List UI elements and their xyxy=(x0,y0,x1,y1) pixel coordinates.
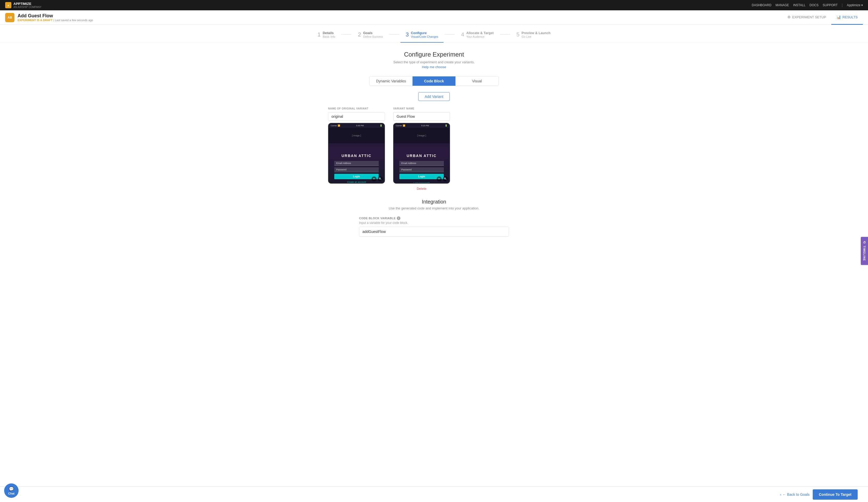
saved-text: | Last saved a few seconds ago xyxy=(53,19,93,22)
add-variant-wrapper: Add Variant xyxy=(328,92,540,101)
step-3-name: Configure xyxy=(411,31,438,35)
nav-install[interactable]: INSTALL xyxy=(793,3,805,7)
delete-variant-link[interactable]: Delete xyxy=(393,187,450,191)
variant-carrier-text: Carrier 📶 xyxy=(396,125,405,127)
code-block-variable-section: CODE BLOCK VARIABLE i Input a variable f… xyxy=(359,216,509,237)
variant-preview: Carrier 📶 5:15 PM 🔋 [ image ] URBAN ATTI… xyxy=(393,123,450,184)
page-title: Configure Experiment xyxy=(328,51,540,58)
step-1-num: 1 xyxy=(318,32,321,38)
step-2-text: Goals Define Success xyxy=(363,31,383,38)
add-variant-button[interactable]: Add Variant xyxy=(418,92,450,101)
step-2[interactable]: 2 Goals Define Success xyxy=(353,31,388,38)
variant-phone-actions: ✏ 🔍 xyxy=(437,176,448,181)
top-navigation: ▲ APPTIMIZE AN AIRSHIP COMPANY DASHBOARD… xyxy=(0,0,868,10)
variant-password-field: Password xyxy=(400,167,444,172)
variant-preview-inner: Carrier 📶 5:15 PM 🔋 [ image ] URBAN ATTI… xyxy=(394,123,450,183)
tab-dynamic-variables[interactable]: Dynamic Variables xyxy=(370,76,413,86)
step-2-name: Goals xyxy=(363,31,383,35)
tab-results[interactable]: 📊 RESULTS xyxy=(831,10,863,25)
step-5-text: Preview & Launch Go Live xyxy=(521,31,550,38)
variant-column: VARIANT NAME Carrier 📶 5:15 PM 🔋 [ image… xyxy=(393,107,450,191)
time-text: 5:49 PM xyxy=(356,125,364,127)
step-1-name: Details xyxy=(323,31,335,35)
variant-email-field: Email Address xyxy=(400,161,444,166)
original-variant-name-input[interactable] xyxy=(328,112,385,121)
original-phone-actions: ✏ 🔍 xyxy=(371,176,383,181)
original-phone-status: Carrier 📶 5:49 PM 🔋 xyxy=(329,123,384,128)
step-3[interactable]: 3 Configure Visual/Code Changes xyxy=(400,31,443,38)
ab-badge: AB xyxy=(5,13,14,22)
nav-divider: | xyxy=(842,3,843,7)
main-content: Configure Experiment Select the type of … xyxy=(318,43,550,262)
code-block-variable-input[interactable] xyxy=(359,227,509,237)
step-4-sub: Your Audience xyxy=(466,35,494,38)
step-4[interactable]: 4 Allocate & Target Your Audience xyxy=(456,31,499,38)
info-icon[interactable]: i xyxy=(397,216,400,220)
tab-experiment-setup[interactable]: ⚙ EXPERIMENT SETUP xyxy=(782,10,831,25)
variant-time-text: 5:15 PM xyxy=(421,125,429,127)
header-left: AB Add Guest Flow EXPERIMENT IS A DRAFT … xyxy=(5,13,93,22)
timeline-sidebar[interactable]: ⏱ TIMELINE xyxy=(861,237,868,262)
timeline-label: TIMELINE xyxy=(863,245,866,261)
nav-dashboard[interactable]: DASHBOARD xyxy=(752,3,772,7)
original-zoom-icon[interactable]: 🔍 xyxy=(378,176,383,181)
nav-support[interactable]: SUPPORT xyxy=(823,3,838,7)
header-info: Add Guest Flow EXPERIMENT IS A DRAFT | L… xyxy=(18,13,93,22)
variant-edit-icon[interactable]: ✏ xyxy=(437,176,442,181)
brand-sub: AN AIRSHIP COMPANY xyxy=(13,6,42,9)
step-2-num: 2 xyxy=(358,32,361,38)
draft-badge: EXPERIMENT IS A DRAFT xyxy=(18,19,52,22)
variant-name-input[interactable] xyxy=(393,112,450,121)
chart-icon: 📊 xyxy=(836,15,841,19)
brand-name: APPTIMIZE xyxy=(13,2,42,6)
step-5[interactable]: 5 Preview & Launch Go Live xyxy=(511,31,556,38)
original-variant-column: NAME OF ORIGINAL VARIANT Carrier 📶 5:49 … xyxy=(328,107,385,191)
header-bar: AB Add Guest Flow EXPERIMENT IS A DRAFT … xyxy=(0,10,868,25)
logo-icon: ▲ xyxy=(5,2,11,8)
original-create-account-link: Create an account xyxy=(347,181,366,183)
original-email-field: Email Address xyxy=(334,161,379,166)
step-5-name: Preview & Launch xyxy=(521,31,550,35)
code-block-variable-label: CODE BLOCK VARIABLE i xyxy=(359,216,509,220)
battery-text: 🔋 xyxy=(380,125,382,127)
step-4-num: 4 xyxy=(461,32,464,38)
code-block-sub: Input a variable for your code block. xyxy=(359,221,509,224)
active-underline xyxy=(400,42,443,43)
help-link[interactable]: Help me choose xyxy=(328,65,540,69)
integration-section: Integration Use the generated code and i… xyxy=(328,199,540,237)
original-brand: URBAN ATTIC xyxy=(342,154,371,158)
step-4-name: Allocate & Target xyxy=(466,31,494,35)
step-1[interactable]: 1 Details Basic Info xyxy=(312,31,340,38)
nav-manage[interactable]: MANAGE xyxy=(776,3,789,7)
step-1-text: Details Basic Info xyxy=(323,31,335,38)
original-preview-inner: Carrier 📶 5:49 PM 🔋 [ image ] URBAN ATTI… xyxy=(329,123,384,183)
variant-label: VARIANT NAME xyxy=(393,107,450,110)
integration-subtitle: Use the generated code and implement int… xyxy=(328,206,540,210)
page-subtitle: Select the type of experiment and create… xyxy=(328,60,540,64)
integration-title: Integration xyxy=(328,199,540,205)
tab-code-block[interactable]: Code Block xyxy=(413,76,455,86)
timeline-icon: ⏱ xyxy=(863,241,866,244)
step-4-text: Allocate & Target Your Audience xyxy=(466,31,494,38)
step-2-sub: Define Success xyxy=(363,35,383,38)
original-variant-label: NAME OF ORIGINAL VARIANT xyxy=(328,107,385,110)
steps-bar: 1 Details Basic Info 2 Goals Define Succ… xyxy=(0,25,868,43)
original-password-field: Password xyxy=(334,167,379,172)
user-menu[interactable]: Apptimize ▾ xyxy=(847,3,863,7)
nav-docs[interactable]: DOCS xyxy=(809,3,819,7)
variant-zoom-icon[interactable]: 🔍 xyxy=(443,176,448,181)
step-3-text: Configure Visual/Code Changes xyxy=(411,31,438,38)
original-variant-preview: Carrier 📶 5:49 PM 🔋 [ image ] URBAN ATTI… xyxy=(328,123,385,184)
step-1-sub: Basic Info xyxy=(323,35,335,38)
variant-lost-password-link[interactable]: Lost password? xyxy=(413,182,430,184)
step-3-sub: Visual/Code Changes xyxy=(411,35,438,38)
original-edit-icon[interactable]: ✏ xyxy=(371,176,377,181)
results-label: RESULTS xyxy=(843,15,858,19)
nav-brand: ▲ APPTIMIZE AN AIRSHIP COMPANY xyxy=(5,2,42,9)
experiment-type-tabs: Dynamic Variables Code Block Visual xyxy=(369,76,499,86)
step-5-num: 5 xyxy=(516,32,519,38)
gear-icon: ⚙ xyxy=(787,15,791,19)
tab-visual[interactable]: Visual xyxy=(456,76,498,86)
variant-battery-text: 🔋 xyxy=(445,125,447,127)
header-right: ⚙ EXPERIMENT SETUP 📊 RESULTS xyxy=(782,10,863,25)
